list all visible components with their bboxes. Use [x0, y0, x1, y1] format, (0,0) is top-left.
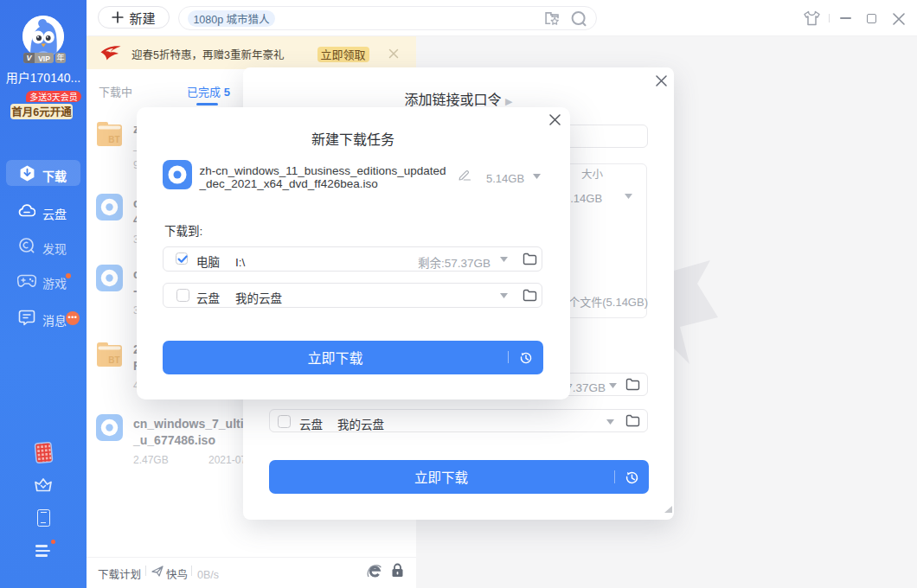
svg-text:BT: BT	[108, 355, 119, 364]
svg-text:BT: BT	[108, 135, 119, 144]
